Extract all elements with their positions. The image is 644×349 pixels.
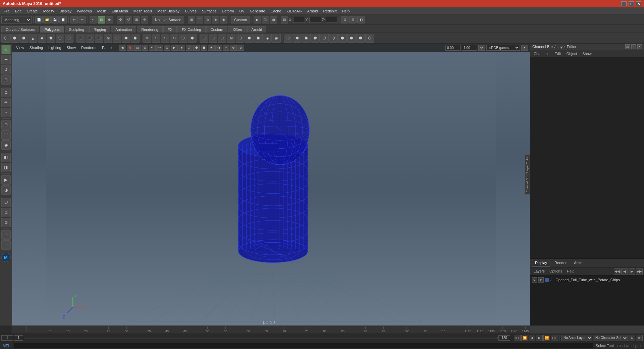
shelf-icon-22[interactable]: ⊡ [200, 34, 208, 43]
menu-display[interactable]: Display [57, 8, 74, 14]
menu-uv[interactable]: UV [237, 8, 247, 14]
vp-menu-renderer[interactable]: Renderer [79, 45, 99, 50]
menu-help[interactable]: Help [340, 8, 352, 14]
rb-tab-render[interactable]: Render [552, 260, 569, 266]
vp-menu-lighting[interactable]: Lighting [46, 45, 63, 50]
vp-overlay-btn[interactable]: ⊞ [142, 45, 148, 51]
shelf-icon-12[interactable]: ⊠ [104, 34, 112, 43]
layer-tab-options[interactable]: Options [547, 268, 564, 275]
shelf-icon-6[interactable]: ⬟ [47, 34, 55, 43]
layer-prev-single-btn[interactable]: ◀ [621, 268, 628, 275]
cb-tab-edit[interactable]: Edit [552, 51, 563, 56]
vp-iso-btn[interactable]: ⊕ [230, 45, 237, 51]
menu-windows[interactable]: Windows [74, 8, 94, 14]
shelf-icon-19[interactable]: ⊙ [170, 34, 178, 43]
layer-color-swatch[interactable] [545, 278, 549, 282]
shelf-icon-26[interactable]: ⬡ [236, 34, 245, 43]
shelf-icon-16[interactable]: ✏ [143, 34, 151, 43]
save-as-btn[interactable]: 📋 [59, 16, 67, 23]
shelf-icon-4[interactable]: ▲ [29, 34, 37, 43]
menu-edit[interactable]: Edit [13, 8, 24, 14]
tab-fx[interactable]: FX [163, 26, 177, 33]
menu-surfaces[interactable]: Surfaces [200, 8, 219, 14]
ipr-btn[interactable]: ◑ [270, 16, 277, 23]
cb-tab-object[interactable]: Object [564, 51, 579, 56]
layer-prev-btn[interactable]: ◀◀ [614, 268, 621, 275]
layer-next-single-btn[interactable]: ▶ [629, 268, 635, 275]
shelf-icon-14[interactable]: ⬢ [122, 34, 130, 43]
shelf-icon-18[interactable]: ⊖ [161, 34, 169, 43]
open-file-btn[interactable]: 📁 [43, 16, 51, 23]
menu-cache[interactable]: Cache [268, 8, 284, 14]
vp-fog-btn[interactable]: ≈ [223, 45, 229, 51]
tab-rigging[interactable]: Rigging [89, 26, 110, 33]
render-seq-btn[interactable]: ▶ [254, 16, 261, 23]
scale-tool-btn[interactable]: ⊞ [1, 75, 11, 85]
vp-gate-btn[interactable]: ⊡ [134, 45, 141, 51]
step-fwd-btn[interactable]: ⏩ [543, 335, 550, 341]
tab-curves-surfaces[interactable]: Curves / Surfaces [1, 26, 39, 33]
menu-create[interactable]: Create [24, 8, 40, 14]
menu-redshift[interactable]: Redshift [321, 8, 339, 14]
vp-exposure-btn[interactable]: ⊖ [237, 45, 244, 51]
menu-curves[interactable]: Curves [182, 8, 199, 14]
tab-animation[interactable]: Animation [111, 26, 136, 33]
cb-tab-channels[interactable]: Channels [532, 51, 551, 56]
shelf-icon-20[interactable]: ⬡ [179, 34, 187, 43]
end-frame-input[interactable] [498, 335, 510, 341]
vp-color-settings-btn[interactable]: ▾ [521, 45, 528, 51]
close-button[interactable]: ✕ [636, 1, 641, 6]
snap-curve-lt[interactable]: ⌒ [1, 130, 11, 140]
cb-minimize-btn[interactable]: ─ [631, 44, 636, 49]
lasso-tool-btn[interactable]: ⌖ [1, 108, 11, 117]
pb-settings-btn[interactable]: ⚙ [629, 335, 635, 341]
menu-edit-mesh[interactable]: Edit Mesh [109, 8, 130, 14]
step-back-btn[interactable]: ⏪ [521, 335, 528, 341]
shelf-icon-23[interactable]: ⊞ [209, 34, 217, 43]
shelf-icon-9[interactable]: ⊡ [76, 34, 85, 43]
play-fwd-btn[interactable]: ▶ [536, 335, 543, 341]
sculpt-lt[interactable]: ⊖ [1, 240, 11, 250]
soft-select-btn[interactable]: ⊙ [1, 88, 11, 97]
vp-playblast-btn[interactable]: ▶ [171, 45, 178, 51]
vp-textured-btn[interactable]: ⬣ [201, 45, 207, 51]
grid-btn[interactable]: ⊞ [349, 16, 357, 23]
shelf-icon-17[interactable]: ⊕ [152, 34, 160, 43]
lasso-btn[interactable]: ⊡ [98, 16, 105, 23]
cb-tab-show[interactable]: Show [580, 51, 594, 56]
shelf-icon-33[interactable]: ⬣ [302, 34, 311, 43]
layer-next-btn[interactable]: ▶▶ [636, 268, 643, 275]
move-tool-btn[interactable]: ✛ [1, 55, 11, 64]
shelf-icon-1[interactable]: ⬡ [1, 34, 10, 43]
maximize-button[interactable]: □ [629, 1, 634, 6]
shelf-icon-3[interactable]: ⬣ [19, 34, 28, 43]
vp-redo-btn[interactable]: ↪ [156, 45, 163, 51]
ipr-lt[interactable]: ◑ [1, 185, 11, 195]
tab-xgen[interactable]: XGen [228, 26, 246, 33]
tab-sculpting[interactable]: Sculpting [65, 26, 89, 33]
shelf-icon-27[interactable]: ⬢ [245, 34, 254, 43]
redo-btn[interactable]: ↪ [78, 16, 86, 23]
layer-tab-layers[interactable]: Layers [532, 268, 547, 275]
mode-dropdown[interactable]: Modeling Rigging Animation FX Rendering … [1, 16, 32, 23]
vp-value-b[interactable] [462, 45, 477, 51]
vp-menu-shading[interactable]: Shading [28, 45, 45, 50]
camera-lt[interactable]: ◧ [1, 153, 11, 162]
vp-xray-btn[interactable]: ◈ [178, 45, 185, 51]
paint-fx-lt[interactable]: ⊕ [1, 230, 11, 240]
x-input[interactable] [293, 17, 305, 23]
shelf-icon-21[interactable]: ⬢ [188, 34, 197, 43]
snap-live-btn[interactable]: ◉ [220, 16, 227, 23]
rb-tab-display[interactable]: Display [532, 260, 550, 266]
vp-shaded-btn[interactable]: ⬢ [193, 45, 200, 51]
snap-point-btn[interactable]: ⊙ [204, 16, 211, 23]
paint-select-btn[interactable]: ⊕ [106, 16, 113, 23]
shelf-icon-7[interactable]: ⬠ [56, 34, 64, 43]
snap-grid-lt[interactable]: ⊞ [1, 120, 11, 130]
timeline[interactable]: 5 10 15 20 25 30 35 40 45 50 55 60 65 70… [12, 326, 463, 334]
shelf-icon-8[interactable]: ⬡ [65, 34, 73, 43]
shelf-icon-24[interactable]: ⊟ [218, 34, 226, 43]
vp-bookmark-btn[interactable]: 🔖 [127, 45, 133, 51]
vp-gamma-select[interactable]: sRGB gamma [486, 45, 520, 51]
vp-select-camera-btn[interactable]: ◉ [119, 45, 126, 51]
